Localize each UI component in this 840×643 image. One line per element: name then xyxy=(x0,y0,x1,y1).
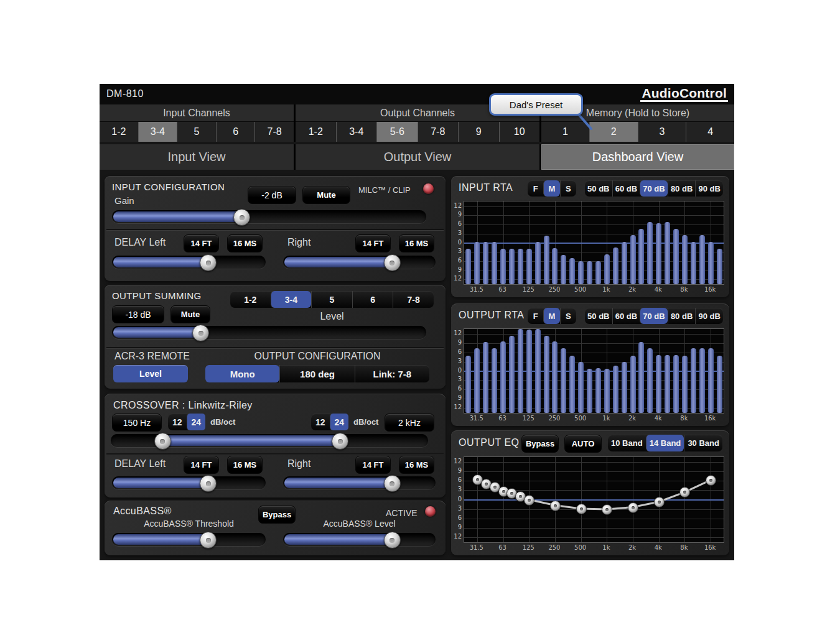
output-rta-fms-selector-option-f[interactable]: F xyxy=(528,308,543,324)
slider-knob[interactable] xyxy=(384,532,401,548)
input-rta-fms-selector-option-s[interactable]: S xyxy=(560,180,576,197)
input-rta-range-selector-option-80-db[interactable]: 80 dB xyxy=(668,180,696,197)
crossover-high-slope-toggle-option-12[interactable]: 12 xyxy=(311,414,330,430)
eq-bypass-button[interactable]: Bypass xyxy=(521,435,559,453)
eq-band-count-selector-option-30-band[interactable]: 30 Band xyxy=(684,435,722,451)
input-rta-range-selector-option-70-db[interactable]: 70 dB xyxy=(640,180,668,197)
eq-band-count-selector[interactable]: 10 Band14 Band30 Band xyxy=(608,435,722,451)
input-rta-range-selector-option-90-db[interactable]: 90 dB xyxy=(695,180,723,197)
input-channel-selector[interactable]: 1-23-4567-8 xyxy=(100,122,294,142)
output-rta-fms-selector-option-s[interactable]: S xyxy=(560,308,576,324)
output-channel-selector-option-10[interactable]: 10 xyxy=(499,122,540,142)
delay-left-slider[interactable] xyxy=(112,256,266,269)
slider-knob[interactable] xyxy=(384,475,401,492)
delay-right-slider[interactable] xyxy=(283,256,436,269)
summing-channel-selector-option-7-8[interactable]: 7-8 xyxy=(393,291,434,308)
crossover-range-slider[interactable] xyxy=(111,434,428,447)
eq-band-count-selector-option-14-band[interactable]: 14 Band xyxy=(646,435,684,451)
gain-slider-knob[interactable] xyxy=(233,209,250,226)
input-rta-range-selector[interactable]: 50 dB60 dB70 dB80 dB90 dB xyxy=(585,180,723,197)
output-rta-range-selector-option-70-db[interactable]: 70 dB xyxy=(640,308,668,324)
input-channel-selector-option-3-4[interactable]: 3-4 xyxy=(138,122,177,142)
crossover-high-knob[interactable] xyxy=(332,433,348,450)
input-channel-selector-option-5[interactable]: 5 xyxy=(177,122,216,142)
preset-callout[interactable]: Dad's Preset xyxy=(489,93,583,116)
eq-band-handle[interactable] xyxy=(628,502,638,513)
acr-level-button[interactable]: Level xyxy=(113,365,188,382)
output-rta-fms-selector[interactable]: FMS xyxy=(528,308,576,324)
output-channel-selector-option-3-4[interactable]: 3-4 xyxy=(336,122,377,142)
crossover-low-slope-toggle-option-12[interactable]: 12 xyxy=(168,414,187,430)
crossover-high-slope-toggle-option-24[interactable]: 24 xyxy=(330,414,349,430)
summing-channel-selector[interactable]: 1-23-4567-8 xyxy=(230,291,434,308)
input-channel-selector-option-6[interactable]: 6 xyxy=(216,122,255,142)
delay-right-ms-button[interactable]: 16 MS xyxy=(399,234,434,252)
delay-right-ms-button[interactable]: 16 MS xyxy=(399,456,434,474)
delay-left-slider[interactable] xyxy=(112,476,266,489)
delay-right-ft-button[interactable]: 14 FT xyxy=(355,456,391,474)
delay-left-ms-button[interactable]: 16 MS xyxy=(227,456,263,474)
output-rta-range-selector-option-90-db[interactable]: 90 dB xyxy=(695,308,723,324)
tab-dashboard-view[interactable]: Dashboard View xyxy=(541,144,734,170)
memory-selector-option-3[interactable]: 3 xyxy=(638,122,686,142)
delay-left-ft-button[interactable]: 14 FT xyxy=(184,456,219,474)
summing-channel-selector-option-6[interactable]: 6 xyxy=(352,291,393,308)
crossover-low-freq-button[interactable]: 150 Hz xyxy=(112,414,162,432)
slider-knob[interactable] xyxy=(192,325,209,341)
delay-left-ft-button[interactable]: 14 FT xyxy=(184,234,219,252)
summing-channel-selector-option-5[interactable]: 5 xyxy=(311,291,352,308)
slider-knob[interactable] xyxy=(200,532,217,548)
output-channel-selector-option-1-2[interactable]: 1-2 xyxy=(296,122,336,142)
gain-value-button[interactable]: -2 dB xyxy=(248,186,296,204)
tab-output-view[interactable]: Output View xyxy=(296,144,539,170)
output-configuration-selector-option-link-7-8[interactable]: Link: 7-8 xyxy=(355,365,429,382)
crossover-low-slope-toggle[interactable]: 1224 xyxy=(168,414,205,430)
output-channel-selector-option-5-6[interactable]: 5-6 xyxy=(376,122,418,142)
input-rta-range-selector-option-50-db[interactable]: 50 dB xyxy=(585,180,612,197)
summing-channel-selector-option-3-4[interactable]: 3-4 xyxy=(271,291,312,308)
crossover-low-knob[interactable] xyxy=(154,433,171,450)
slider-knob[interactable] xyxy=(200,475,217,492)
eq-band-handle[interactable] xyxy=(706,475,716,486)
output-configuration-selector[interactable]: Mono180 degLink: 7-8 xyxy=(205,365,429,382)
crossover-high-slope-toggle[interactable]: 1224 xyxy=(311,414,348,430)
input-rta-fms-selector-option-f[interactable]: F xyxy=(528,180,543,197)
delay-right-slider[interactable] xyxy=(283,476,436,489)
output-rta-range-selector-option-80-db[interactable]: 80 dB xyxy=(668,308,696,324)
output-rta-range-selector-option-50-db[interactable]: 50 dB xyxy=(585,308,612,324)
eq-band-handle[interactable] xyxy=(524,495,534,506)
accubass-threshold-slider[interactable] xyxy=(112,533,266,546)
output-channel-selector[interactable]: 1-23-45-67-8910 xyxy=(296,122,539,142)
output-rta-fms-selector-option-m[interactable]: M xyxy=(543,308,559,324)
eq-band-handle[interactable] xyxy=(550,501,561,511)
gain-slider[interactable] xyxy=(112,210,426,223)
output-rta-range-selector-option-60-db[interactable]: 60 dB xyxy=(612,308,640,324)
output-channel-selector-option-9[interactable]: 9 xyxy=(458,122,499,142)
slider-knob[interactable] xyxy=(200,254,217,271)
delay-right-ft-button[interactable]: 14 FT xyxy=(355,234,391,252)
input-rta-range-selector-option-60-db[interactable]: 60 dB xyxy=(612,180,640,197)
output-rta-range-selector[interactable]: 50 dB60 dB70 dB80 dB90 dB xyxy=(585,308,723,324)
summing-channel-selector-option-1-2[interactable]: 1-2 xyxy=(230,291,271,308)
eq-auto-button[interactable]: AUTO xyxy=(564,435,602,453)
eq-band-handle[interactable] xyxy=(654,497,665,507)
memory-selector-option-4[interactable]: 4 xyxy=(686,122,734,142)
crossover-high-freq-button[interactable]: 2 kHz xyxy=(385,414,434,432)
crossover-low-slope-toggle-option-24[interactable]: 24 xyxy=(187,414,206,430)
input-mute-button[interactable]: Mute xyxy=(302,186,350,204)
eq-band-count-selector-option-10-band[interactable]: 10 Band xyxy=(608,435,646,451)
input-rta-fms-selector-option-m[interactable]: M xyxy=(543,180,559,197)
summing-gain-button[interactable]: -18 dB xyxy=(112,305,164,323)
eq-band-handle[interactable] xyxy=(576,504,587,514)
summing-level-slider[interactable] xyxy=(112,326,426,339)
input-channel-selector-option-1-2[interactable]: 1-2 xyxy=(100,122,138,142)
input-channel-selector-option-7-8[interactable]: 7-8 xyxy=(254,122,294,142)
tab-input-view[interactable]: Input View xyxy=(100,144,294,170)
accubass-level-slider[interactable] xyxy=(283,533,436,546)
input-rta-fms-selector[interactable]: FMS xyxy=(528,180,576,197)
output-channel-selector-option-7-8[interactable]: 7-8 xyxy=(418,122,459,142)
summing-mute-button[interactable]: Mute xyxy=(170,305,210,323)
output-configuration-selector-option-mono[interactable]: Mono xyxy=(205,365,279,382)
delay-left-ms-button[interactable]: 16 MS xyxy=(227,234,263,252)
slider-knob[interactable] xyxy=(384,254,401,271)
